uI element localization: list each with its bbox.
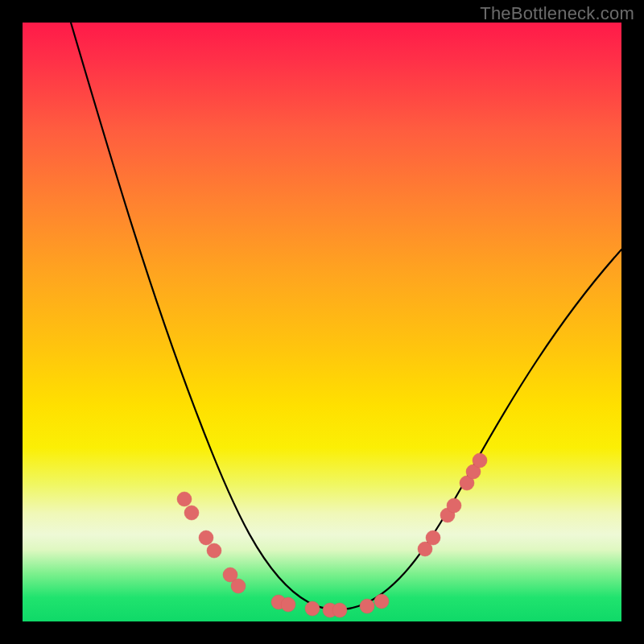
dot-group xyxy=(177,453,487,617)
pt-right-2 xyxy=(426,530,440,545)
pt-right-7 xyxy=(473,453,487,468)
watermark-text: TheBottleneck.com xyxy=(480,3,634,24)
pt-floor-5 xyxy=(332,603,347,617)
pt-floor-6 xyxy=(360,599,374,613)
pt-floor-3 xyxy=(305,601,320,616)
plot-svg xyxy=(23,23,621,621)
pt-left-2 xyxy=(184,506,199,520)
pt-left-4 xyxy=(207,543,221,558)
v-curve xyxy=(71,23,621,609)
pt-right-4 xyxy=(447,498,461,513)
pt-floor-7 xyxy=(374,594,389,609)
pt-left-1 xyxy=(177,492,192,506)
pt-left-6 xyxy=(231,579,246,593)
pt-left-3 xyxy=(199,530,213,545)
pt-floor-2 xyxy=(281,597,295,612)
